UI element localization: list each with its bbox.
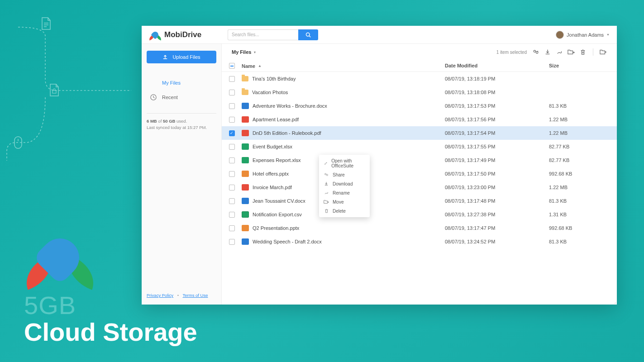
table-row[interactable]: Notification Export.csv08/07/19, 13:27:3… (222, 208, 617, 221)
ctx-download[interactable]: Download (319, 179, 370, 188)
table-row[interactable]: Event Budget.xlsx08/07/19, 13:17:55 PM82… (222, 140, 617, 153)
delete-icon[interactable] (579, 48, 587, 56)
file-date: 08/07/19, 13:17:47 PM (445, 225, 549, 231)
column-name[interactable]: Name▲ (242, 63, 445, 69)
select-all-checkbox[interactable] (229, 63, 235, 69)
table-row[interactable]: Invoice March.pdf08/07/19, 13:23:00 PM1.… (222, 181, 617, 194)
file-type-icon (242, 90, 248, 95)
row-checkbox[interactable] (229, 144, 235, 150)
svg-rect-4 (14, 137, 22, 148)
file-size: 992.68 KB (549, 225, 617, 231)
decorative-lock-icon (49, 84, 60, 98)
row-checkbox[interactable] (229, 198, 235, 204)
move-icon[interactable] (568, 48, 575, 56)
share-icon[interactable] (532, 48, 539, 56)
svg-rect-3 (52, 90, 56, 93)
file-name: Vacation Photos (252, 90, 288, 95)
ctx-move[interactable]: Move (319, 197, 370, 206)
row-checkbox[interactable] (229, 212, 235, 218)
file-date: 08/07/19, 13:17:56 PM (445, 117, 549, 122)
row-checkbox[interactable] (229, 90, 235, 95)
terms-link[interactable]: Terms of Use (183, 293, 208, 298)
move-icon (324, 199, 329, 205)
search-input[interactable] (228, 29, 298, 40)
table-row[interactable]: Adventure Works - Brochure.docx08/07/19,… (222, 99, 617, 113)
sidebar-nav: My Files Recent (147, 77, 216, 103)
row-checkbox[interactable] (229, 185, 235, 191)
file-type-icon (242, 225, 249, 231)
table-row[interactable]: Jean Toussaint CV.docx08/07/19, 13:17:48… (222, 194, 617, 208)
file-name: Q2 Presentation.pptx (253, 225, 299, 231)
file-date: 08/07/19, 13:17:50 PM (445, 171, 549, 176)
main: My Files ▼ 1 item selected (222, 44, 617, 305)
file-size: 1.22 MB (549, 185, 617, 190)
table-row[interactable]: Tina's 10th Birthday08/07/19, 13:18:19 P… (222, 72, 617, 86)
file-size: 82.77 KB (549, 157, 617, 163)
row-checkbox[interactable] (229, 171, 235, 177)
promo-line-2: Cloud Storage (24, 318, 197, 346)
rename-icon[interactable] (556, 48, 563, 56)
file-name: Invoice March.pdf (253, 185, 292, 190)
footer-links: Privacy Policy • Terms of Use (147, 293, 216, 298)
breadcrumb[interactable]: My Files ▼ (232, 49, 256, 55)
decorative-file-icon (41, 17, 52, 32)
svg-point-9 (534, 50, 535, 52)
file-type-icon (242, 157, 249, 163)
download-icon (324, 181, 329, 186)
upload-icon (162, 54, 168, 60)
file-date: 08/07/19, 13:23:00 PM (445, 185, 549, 190)
file-name: Expenses Report.xlsx (253, 157, 301, 163)
sidebar-item-my-files[interactable]: My Files (147, 77, 216, 89)
column-date[interactable]: Date Modified (445, 63, 549, 69)
file-size: 1.31 KB (549, 212, 617, 217)
last-sync: Last synced today at 15:27 PM. (147, 124, 216, 131)
table-row[interactable]: Apartment Lease.pdf08/07/19, 13:17:56 PM… (222, 113, 617, 126)
table-row[interactable]: DnD 5th Edition - Rulebook.pdf08/07/19, … (222, 126, 617, 140)
search-button[interactable] (298, 29, 318, 40)
ctx-delete[interactable]: Delete (319, 206, 370, 215)
ctx-open[interactable]: ⤢Open with OfficeSuite (319, 157, 370, 170)
sidebar: Upload Files My Files Recent (142, 44, 222, 305)
table-row[interactable]: Expenses Report.xlsx08/07/19, 13:17:49 P… (222, 153, 617, 167)
upload-button[interactable]: Upload Files (147, 51, 216, 63)
table-row[interactable]: Hotel offers.pptx08/07/19, 13:17:50 PM99… (222, 167, 617, 181)
row-checkbox[interactable] (229, 117, 235, 123)
row-checkbox[interactable] (229, 225, 235, 231)
toolbar-separator (593, 48, 593, 56)
file-type-icon (242, 238, 249, 245)
ctx-rename[interactable]: Rename (319, 188, 370, 197)
user-menu[interactable]: Jonathan Adams ▼ (556, 31, 610, 39)
decorative-mouse-icon (14, 136, 23, 151)
privacy-link[interactable]: Privacy Policy (147, 293, 173, 298)
row-checkbox[interactable] (229, 157, 235, 163)
file-name: Apartment Lease.pdf (253, 117, 299, 122)
file-type-icon (242, 143, 249, 150)
table-row[interactable]: Vacation Photos08/07/19, 13:18:08 PM (222, 86, 617, 99)
row-checkbox[interactable] (229, 103, 235, 109)
file-type-icon (242, 211, 249, 218)
table-row[interactable]: Q2 Presentation.pptx08/07/19, 13:17:47 P… (222, 221, 617, 235)
ctx-share[interactable]: Share (319, 170, 370, 179)
sidebar-item-recent[interactable]: Recent (147, 91, 216, 103)
file-type-icon (242, 116, 249, 123)
app-logo[interactable]: MobiDrive (149, 30, 221, 40)
chevron-down-icon: ▼ (606, 33, 610, 36)
user-name: Jonathan Adams (567, 32, 604, 38)
row-checkbox[interactable] (229, 239, 235, 245)
share-icon (324, 172, 329, 177)
table-row[interactable]: Wedding Speech - Draft 2.docx08/07/19, 1… (222, 235, 617, 248)
rename-icon (324, 190, 329, 195)
file-date: 08/07/19, 13:17:49 PM (445, 157, 549, 163)
file-date: 08/07/19, 13:18:19 PM (445, 76, 549, 81)
row-checkbox[interactable] (229, 76, 235, 82)
resize-handle: ⌟ (614, 300, 616, 304)
file-name: Jean Toussaint CV.docx (253, 198, 305, 204)
storage-info: 6 MB of 50 GB used. Last synced today at… (147, 113, 216, 131)
file-date: 08/07/19, 13:17:48 PM (445, 198, 549, 204)
row-checkbox[interactable] (229, 130, 235, 136)
svg-point-11 (325, 173, 326, 175)
download-icon[interactable] (544, 48, 551, 56)
column-size[interactable]: Size (549, 63, 617, 69)
upload-label: Upload Files (172, 54, 200, 60)
new-folder-icon[interactable] (600, 48, 607, 56)
